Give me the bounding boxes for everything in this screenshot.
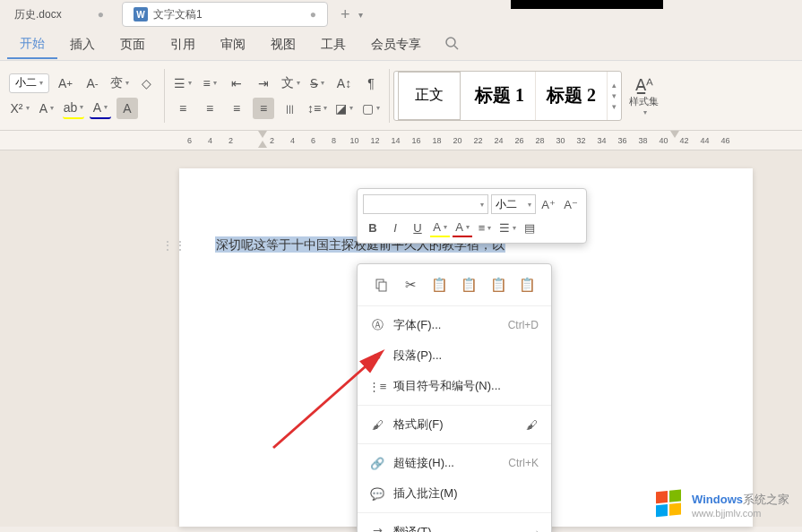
tab-close-icon[interactable]: ● [98,8,104,21]
clear-format-button[interactable]: ◇ [135,73,157,94]
format-painter-alt-icon[interactable]: 🖌 [524,417,539,432]
titlebar: 历史.docx ● W 文字文稿1 ● + ▾ [0,0,802,29]
ruler-tick: 4 [200,136,220,145]
ctx-label: 格式刷(F) [393,416,444,433]
style-expand-button[interactable]: ▾ [609,101,619,112]
font-size-select[interactable]: 小二 ▾ [9,73,49,93]
char-shading-button[interactable]: A [116,98,138,119]
highlight-button[interactable]: ab▾ [63,98,84,119]
drag-handle-icon[interactable]: ⋮⋮ [161,238,186,253]
decrease-indent-button[interactable]: ⇤ [226,73,247,94]
mini-size-select[interactable]: 小二 ▾ [491,194,536,214]
menu-page[interactable]: 页面 [108,31,158,58]
paste-text-icon[interactable]: 📋 [487,273,510,296]
svg-point-0 [446,38,455,47]
distribute-button[interactable]: ⫼ [280,98,301,119]
text-direction-button[interactable]: 文▾ [280,73,301,94]
ruler-tick: 18 [427,136,447,145]
menu-insert[interactable]: 插入 [57,31,108,58]
menu-reference[interactable]: 引用 [158,31,208,58]
increase-font-button[interactable]: A+ [55,73,76,94]
menu-member[interactable]: 会员专享 [358,31,434,58]
highlight-button[interactable]: A▾ [430,218,450,237]
ctx-shortcut: Ctrl+D [508,319,539,331]
menu-tools[interactable]: 工具 [308,31,358,58]
paste-keep-icon[interactable]: 📋 [516,273,539,296]
paste-special-icon[interactable]: 📋 [458,273,480,296]
copy-icon[interactable] [370,273,392,296]
doc-icon: W [134,7,148,21]
ruler[interactable]: 6 4 2 2 4 6 8 10 12 14 16 18 20 22 24 26… [0,131,802,150]
font-size-value: 小二 [15,75,37,90]
styleset-button[interactable]: A̲ᴬ 样式集 ▾ [622,75,666,116]
font-color-button[interactable]: A▾ [90,98,111,119]
decrease-font-button[interactable]: A- [82,73,103,94]
svg-marker-2 [258,131,267,138]
font-color-button[interactable]: A▾ [453,218,472,237]
align-right-button[interactable]: ≡ [226,98,247,119]
clipboard-row: ✂ 📋 📋 📋 📋 [358,268,551,302]
mini-font-select[interactable]: ▾ [363,194,488,214]
ruler-tick: 34 [591,136,612,145]
font-effects-button[interactable]: A▾ [36,98,57,119]
underline-button[interactable]: U [408,218,427,237]
style-normal[interactable]: 正文 [398,72,461,120]
align-justify-button[interactable]: ≡ [253,98,274,119]
tab-close-icon[interactable]: ● [310,8,316,21]
ctx-paragraph[interactable]: ≡ 段落(P)... [358,340,551,371]
ctx-comment[interactable]: 💬 插入批注(M) [358,478,551,509]
align-center-button[interactable]: ≡ [199,98,220,119]
style-down-button[interactable]: ▾ [609,90,619,101]
menu-start[interactable]: 开始 [7,30,57,59]
cut-icon[interactable]: ✂ [400,273,422,296]
show-marks-button[interactable]: ¶ [360,73,382,94]
styles-panel: 正文 标题 1 标题 2 ▴ ▾ ▾ [393,71,622,121]
line-spacing-button[interactable]: ≡▾ [475,218,495,237]
ctx-font[interactable]: Ⓐ 字体(F)... Ctrl+D [358,310,551,340]
strikethrough-button[interactable]: S̶▾ [306,73,328,94]
superscript-button[interactable]: X²▾ [9,98,30,119]
numbering-button[interactable]: ≡▾ [199,73,220,94]
ctx-bullets[interactable]: ⋮≡ 项目符号和编号(N)... [358,371,551,401]
format-painter-icon: 🖌 [370,417,384,432]
right-margin-marker[interactable] [670,131,679,142]
style-heading2[interactable]: 标题 2 [536,72,608,120]
ruler-tick: 24 [488,136,509,145]
menu-view[interactable]: 视图 [258,31,308,58]
bullets-button[interactable]: ☰▾ [172,73,194,94]
ruler-tick: 4 [282,136,303,145]
ruler-tick: 44 [694,136,715,145]
ctx-label: 段落(P)... [393,348,442,364]
style-heading1[interactable]: 标题 1 [464,72,536,120]
increase-indent-button[interactable]: ⇥ [253,73,274,94]
align-left-button[interactable]: ≡ [172,98,194,119]
ctx-format-painter[interactable]: 🖌 格式刷(F) 🖌 [358,409,551,440]
chevron-down-icon: ▾ [39,79,43,87]
svg-rect-10 [669,489,681,502]
ctx-translate[interactable]: ⇄ 翻译(T) › [358,517,551,532]
styleset-label: 样式集 [629,95,659,108]
bullets-button[interactable]: ☰▾ [497,218,517,237]
bold-button[interactable]: B [363,218,383,237]
menu-review[interactable]: 审阅 [208,31,258,58]
search-icon[interactable] [444,36,459,54]
decrease-font-button[interactable]: A⁻ [561,194,581,214]
phonetic-guide-button[interactable]: 变▾ [108,73,130,94]
tab-inactive[interactable]: 历史.docx ● [4,2,115,27]
shading-button[interactable]: ◪▾ [333,98,355,119]
ctx-hyperlink[interactable]: 🔗 超链接(H)... Ctrl+K [358,448,551,478]
add-tab-button[interactable]: + [335,5,356,24]
italic-button[interactable]: I [385,218,405,237]
divider [358,405,551,406]
line-spacing-button[interactable]: ↕≡▾ [306,98,328,119]
increase-font-button[interactable]: A⁺ [539,194,558,214]
outline-button[interactable]: ▤ [520,218,539,237]
paste-icon[interactable]: 📋 [428,273,451,296]
tab-menu-button[interactable]: ▾ [358,10,363,20]
borders-button[interactable]: ▢▾ [360,98,382,119]
style-up-button[interactable]: ▴ [609,80,619,90]
tab-active[interactable]: W 文字文稿1 ● [122,2,328,27]
ruby-button[interactable]: A↕ [333,73,355,94]
ruler-tick: 10 [344,136,365,145]
menubar: 开始 插入 页面 引用 审阅 视图 工具 会员专享 [0,29,802,61]
